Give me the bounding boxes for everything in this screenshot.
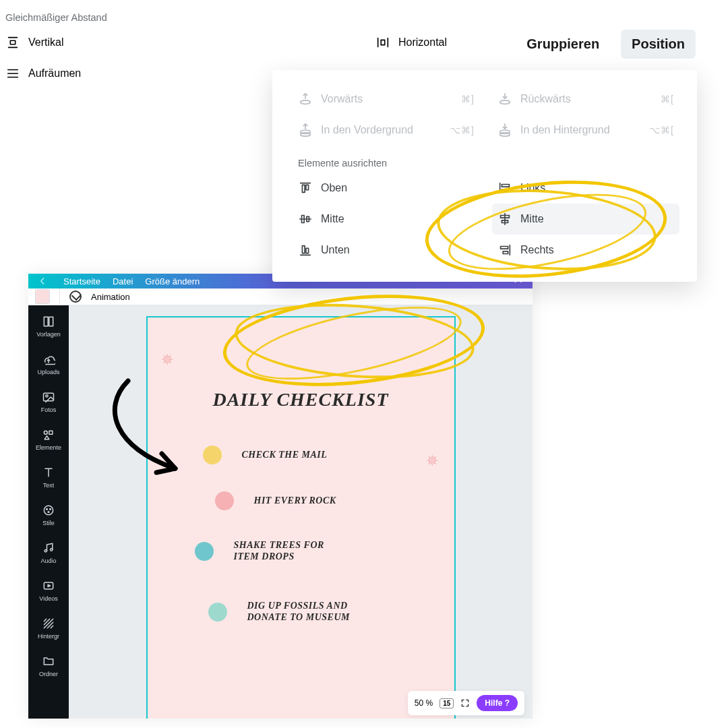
align-right[interactable]: Rechts (492, 235, 679, 266)
sidebar-item-folders[interactable]: Ordner (30, 649, 67, 683)
arrange-to-front: In den Vordergrund ⌥⌘] (293, 115, 480, 146)
bullet-dot[interactable] (215, 491, 234, 510)
sidebar-item-text[interactable]: Text (30, 460, 67, 494)
svg-rect-20 (306, 185, 309, 189)
arrange-label: Vorwärts (321, 93, 363, 105)
space-horizontal[interactable]: Horizontal (370, 27, 728, 58)
align-label: Rechts (520, 244, 554, 256)
sidebar-item-background[interactable]: Hintergr (30, 611, 67, 645)
page-count[interactable]: 15 (439, 698, 454, 708)
bullet-dot[interactable] (203, 446, 222, 464)
space-label: Vertikal (28, 36, 63, 49)
svg-point-6 (44, 506, 53, 514)
align-label: Unten (321, 244, 350, 256)
svg-point-14 (500, 100, 510, 104)
align-left[interactable]: Links (492, 173, 679, 204)
sidebar-item-styles[interactable]: Stile (30, 498, 67, 532)
sidebar-item-label: Elemente (36, 444, 61, 451)
svg-point-16 (301, 133, 311, 137)
svg-rect-28 (306, 248, 309, 253)
align-label: Mitte (321, 213, 344, 225)
checklist-item[interactable]: SHAKE TREES FOR ITEM DROPS (242, 540, 431, 563)
bullet-dot[interactable] (195, 542, 214, 561)
color-swatch[interactable] (35, 289, 50, 304)
svg-rect-1 (49, 317, 53, 326)
canvas-area[interactable]: DAILY CHECKLIST ✵ ✵ CHECK THE MAIL HIT E… (69, 305, 533, 719)
align-label: Oben (321, 182, 347, 194)
checklist-text: SHAKE TREES FOR ITEM DROPS (234, 540, 324, 563)
svg-rect-21 (502, 185, 509, 187)
menu-home[interactable]: Startseite (63, 276, 100, 286)
arrange-backward: Rückwärts ⌘[ (492, 84, 679, 115)
svg-rect-12 (44, 582, 53, 589)
sidebar-item-label: Ordner (39, 671, 58, 677)
space-vertical[interactable]: Vertikal (0, 27, 358, 58)
back-icon[interactable] (34, 274, 51, 289)
sidebar-item-videos[interactable]: Videos (30, 574, 67, 607)
sidebar-item-audio[interactable]: Audio (30, 536, 67, 570)
align-top[interactable]: Oben (293, 173, 480, 204)
svg-point-3 (46, 395, 48, 397)
svg-point-9 (48, 512, 49, 513)
checklist-text: DIG UP FOSSILS AND DONATE TO MUSEUM (247, 601, 350, 624)
arrange-label: Rückwärts (520, 93, 571, 105)
align-vmiddle[interactable]: Mitte (293, 204, 480, 235)
checklist-item[interactable]: HIT EVERY ROCK (242, 491, 431, 510)
design-page[interactable]: DAILY CHECKLIST ✵ ✵ CHECK THE MAIL HIT E… (148, 317, 454, 719)
sidebar-item-label: Text (43, 482, 55, 489)
space-label: Aufräumen (28, 67, 81, 80)
arrange-to-back: In den Hintergrund ⌥⌘[ (492, 115, 679, 146)
space-label: Horizontal (398, 36, 447, 49)
editor-secondbar: Animation (28, 289, 533, 305)
arrange-label: In den Vordergrund (321, 124, 413, 136)
zoom-level[interactable]: 50 % (415, 698, 433, 708)
editor-sidebar: Vorlagen Uploads Fotos Elemente Text Sti… (28, 305, 69, 719)
sparkle-icon: ✵ (161, 351, 173, 369)
position-panel: Vorwärts ⌘] Rückwärts ⌘[ In den Vordergr… (272, 70, 697, 282)
sidebar-item-photos[interactable]: Fotos (30, 385, 67, 419)
checklist-item[interactable]: DIG UP FOSSILS AND DONATE TO MUSEUM (242, 601, 431, 624)
bottom-bar: 50 % 15 Hilfe ? (408, 691, 524, 715)
menu-file[interactable]: Datei (113, 276, 133, 286)
checklist-title[interactable]: DAILY CHECKLIST (208, 389, 392, 411)
section-space-title: Gleichmäßiger Abstand (0, 0, 728, 27)
sidebar-item-label: Videos (39, 595, 57, 602)
svg-rect-0 (44, 317, 48, 326)
svg-rect-22 (502, 189, 506, 192)
shortcut-text: ⌘] (461, 94, 475, 104)
sidebar-item-uploads[interactable]: Uploads (30, 347, 67, 381)
svg-rect-32 (381, 40, 385, 44)
checklist-item[interactable]: CHECK THE MAIL (242, 446, 431, 464)
svg-rect-19 (302, 185, 305, 192)
svg-point-8 (50, 509, 51, 510)
menu-resize[interactable]: Größe ändern (145, 276, 200, 286)
sidebar-item-label: Hintergr (38, 633, 59, 640)
checklist-text: HIT EVERY ROCK (254, 495, 336, 507)
align-hcenter[interactable]: Mitte (492, 204, 679, 235)
svg-point-4 (44, 431, 47, 434)
help-button[interactable]: Hilfe ? (477, 695, 518, 711)
section-align-title: Elemente ausrichten (293, 146, 679, 173)
bullet-dot[interactable] (208, 603, 227, 621)
align-bottom[interactable]: Unten (293, 235, 480, 266)
animation-icon[interactable] (69, 291, 82, 303)
arrange-label: In den Hintergrund (520, 124, 610, 136)
editor-window: Startseite Datei Größe ändern Animation … (28, 274, 533, 719)
align-label: Links (520, 182, 545, 194)
svg-rect-31 (10, 40, 15, 44)
animation-label[interactable]: Animation (91, 292, 130, 302)
svg-point-7 (47, 509, 48, 510)
sidebar-item-elements[interactable]: Elemente (30, 423, 67, 456)
arrange-forward: Vorwärts ⌘] (293, 84, 480, 115)
svg-point-18 (500, 133, 510, 137)
svg-point-11 (51, 549, 53, 551)
sidebar-item-templates[interactable]: Vorlagen (30, 309, 67, 343)
svg-point-13 (301, 100, 311, 104)
svg-rect-5 (49, 431, 53, 434)
sidebar-item-label: Audio (40, 557, 56, 564)
svg-rect-29 (501, 247, 508, 249)
shortcut-text: ⌘[ (661, 94, 674, 104)
fullscreen-icon[interactable] (460, 698, 470, 708)
sidebar-item-label: Vorlagen (36, 331, 61, 338)
svg-rect-30 (503, 251, 508, 254)
